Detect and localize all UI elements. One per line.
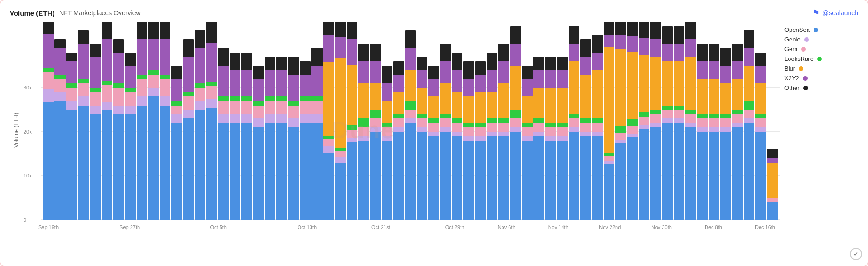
bars-area (41, 22, 780, 220)
bar-group[interactable] (487, 53, 497, 220)
bar-group[interactable] (195, 30, 205, 220)
bar-segment-x2y2 (604, 35, 614, 47)
bar-group[interactable] (545, 57, 556, 220)
bar-group[interactable] (592, 35, 603, 220)
bar-group[interactable] (300, 61, 311, 220)
bar-group[interactable] (206, 22, 217, 220)
bar-segment-opensea (78, 106, 89, 220)
bar-segment-other (510, 26, 521, 44)
bar-group[interactable] (43, 22, 54, 220)
bar-group[interactable] (241, 53, 252, 220)
bar-segment-x2y2 (463, 79, 474, 96)
bar-group[interactable] (370, 44, 381, 220)
bar-group[interactable] (102, 22, 112, 220)
bar-group[interactable] (533, 57, 544, 220)
bar-group[interactable] (288, 57, 299, 220)
bar-segment-x2y2 (557, 70, 568, 88)
bar-segment-looksrare (358, 118, 369, 127)
bar-group[interactable] (347, 22, 357, 220)
bar-group[interactable] (358, 44, 369, 220)
bar-group[interactable] (137, 22, 147, 220)
bar-group[interactable] (323, 22, 334, 220)
legend-item-x2y2[interactable]: X2Y2 (784, 75, 849, 82)
bar-group[interactable] (230, 53, 240, 220)
bar-group[interactable] (54, 39, 65, 220)
bar-group[interactable] (510, 26, 521, 220)
legend-item-gem[interactable]: Gem (784, 46, 849, 53)
bar-group[interactable] (720, 48, 731, 220)
bar-group[interactable] (440, 44, 451, 220)
bar-segment-looksrare (615, 126, 626, 133)
bar-group[interactable] (183, 39, 194, 220)
legend-item-other[interactable]: Other (784, 84, 849, 91)
bar-group[interactable] (113, 39, 124, 220)
bar-segment-x2y2 (744, 48, 754, 65)
legend-item-genie[interactable]: Genie (784, 36, 849, 43)
check-icon[interactable]: ✓ (850, 248, 862, 260)
legend-item-opensea[interactable]: OpenSea (784, 26, 849, 33)
bar-group[interactable] (732, 44, 742, 220)
bar-group[interactable] (90, 44, 100, 220)
bar-group[interactable] (311, 48, 322, 220)
bar-group[interactable] (78, 30, 89, 220)
bar-segment-other (393, 61, 404, 75)
bar-segment-gem (755, 118, 766, 127)
bar-segment-blur (510, 66, 521, 110)
bar-group[interactable] (475, 61, 486, 220)
bar-group[interactable] (428, 66, 439, 220)
bar-group[interactable] (650, 22, 661, 220)
bar-group[interactable] (125, 53, 135, 220)
bar-group[interactable] (674, 26, 684, 220)
bar-group[interactable] (744, 30, 754, 220)
bar-group[interactable] (557, 57, 568, 220)
bar-group[interactable] (615, 22, 626, 220)
bar-group[interactable] (452, 53, 462, 220)
bar-segment-blur (475, 92, 486, 123)
bar-segment-opensea (113, 114, 124, 220)
bar-segment-genie (323, 146, 334, 153)
bar-group[interactable] (709, 44, 719, 220)
bar-segment-blur (522, 96, 533, 123)
bar-group[interactable] (276, 57, 287, 220)
bar-group[interactable] (569, 26, 579, 220)
bar-group[interactable] (685, 22, 696, 220)
bar-group[interactable] (755, 53, 766, 220)
legend-item-looksrare[interactable]: LooksRare (784, 55, 849, 62)
bar-segment-opensea (171, 123, 182, 220)
bar-group[interactable] (218, 48, 229, 220)
bar-group[interactable] (627, 22, 638, 220)
bar-segment-genie (183, 110, 194, 118)
bar-segment-genie (265, 114, 275, 123)
bar-group[interactable] (382, 66, 392, 220)
bar-group[interactable] (697, 44, 708, 220)
legend-dot-looksrare (817, 57, 822, 61)
bar-group[interactable] (265, 57, 275, 220)
bar-group[interactable] (604, 22, 614, 220)
bar-segment-blur (755, 83, 766, 114)
bar-group[interactable] (171, 66, 182, 220)
bar-group[interactable] (253, 66, 264, 220)
bar-group[interactable] (417, 57, 427, 220)
bar-group[interactable] (522, 66, 533, 220)
bar-group[interactable] (148, 22, 159, 220)
bar-group[interactable] (393, 61, 404, 220)
bar-group[interactable] (662, 26, 673, 220)
bar-group[interactable] (639, 22, 649, 220)
bar-group[interactable] (767, 149, 778, 220)
bar-group[interactable] (498, 44, 509, 220)
legend-dot-x2y2 (803, 76, 808, 81)
bar-segment-other (405, 30, 416, 48)
bar-group[interactable] (66, 53, 77, 220)
bar-group[interactable] (160, 22, 170, 220)
bar-segment-gem (533, 123, 544, 132)
legend-dot-opensea (814, 28, 818, 32)
legend-item-blur[interactable]: Blur (784, 65, 849, 72)
bar-group[interactable] (463, 61, 474, 220)
bar-segment-opensea (311, 123, 322, 220)
bar-segment-gem (662, 110, 673, 118)
bar-group[interactable] (335, 22, 346, 220)
bar-segment-genie (78, 96, 89, 105)
bar-group[interactable] (405, 30, 416, 220)
x-label: Oct 5th (210, 225, 227, 230)
bar-group[interactable] (580, 39, 591, 220)
